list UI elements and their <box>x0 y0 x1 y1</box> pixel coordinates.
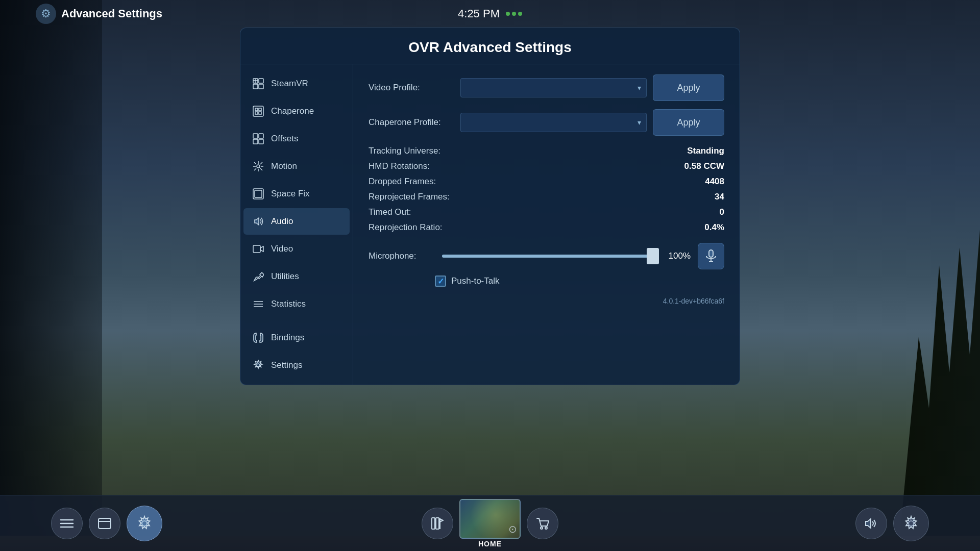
stat-row-ratio: Reprojection Ratio: 0.4% <box>369 222 724 233</box>
sidebar-item-statistics[interactable]: Statistics <box>243 291 350 317</box>
svg-rect-3 <box>259 84 263 89</box>
taskbar-right <box>855 506 929 541</box>
sidebar-item-chaperone[interactable]: Chaperone <box>243 98 350 124</box>
svg-rect-40 <box>432 518 435 529</box>
svg-rect-7 <box>255 108 258 111</box>
sidebar-item-utilities[interactable]: Utilities <box>243 263 350 290</box>
svg-rect-9 <box>255 112 258 114</box>
sidebar-label-utilities: Utilities <box>271 271 299 282</box>
steam-logo-icon: ⊙ <box>508 523 517 535</box>
time-area: 4:25 PM <box>458 7 522 20</box>
settings-gear-button[interactable] <box>127 506 162 541</box>
sidebar-label-audio: Audio <box>271 216 293 227</box>
video-icon <box>252 242 265 256</box>
mic-slider-thumb <box>647 248 659 264</box>
taskbar-left <box>51 506 162 541</box>
svg-rect-37 <box>99 518 111 529</box>
library-button[interactable] <box>422 508 453 539</box>
chaperone-icon <box>252 105 265 118</box>
dropdown-arrow-chaperone: ▾ <box>638 118 641 127</box>
sidebar-item-settings[interactable]: Settings <box>243 352 350 379</box>
taskbar-center: ⊙ HOME <box>422 499 558 548</box>
steamvr-icon <box>252 77 265 90</box>
utilities-icon <box>252 270 265 283</box>
sidebar-label-spacefix: Space Fix <box>271 189 310 199</box>
svg-line-20 <box>254 162 256 164</box>
bindings-icon <box>252 331 265 344</box>
mic-row: Microphone: 100% <box>369 243 724 269</box>
audio-icon <box>252 215 265 228</box>
status-dots <box>506 12 522 16</box>
dot-2 <box>512 12 516 16</box>
stat-value-hmd: 0.58 CCW <box>663 161 724 171</box>
sidebar-item-steamvr[interactable]: SteamVR <box>243 70 350 97</box>
sidebar-label-steamvr: SteamVR <box>271 79 308 89</box>
stat-row-reprojected: Reprojected Frames: 34 <box>369 192 724 202</box>
quick-settings-button[interactable] <box>893 506 929 541</box>
stat-value-timedout: 0 <box>663 207 724 217</box>
svg-point-15 <box>257 165 260 168</box>
stat-value-reprojected: 34 <box>663 192 724 202</box>
chaperone-profile-label: Chaperone Profile: <box>369 117 460 128</box>
sidebar-label-motion: Motion <box>271 161 297 171</box>
stat-value-ratio: 0.4% <box>663 222 724 233</box>
content-area: Video Profile: ▾ Apply Chaperone Profile… <box>353 64 740 385</box>
stat-label-dropped: Dropped Frames: <box>369 177 436 187</box>
home-button[interactable]: ⊙ HOME <box>459 499 521 548</box>
svg-point-44 <box>545 527 547 529</box>
svg-rect-12 <box>259 134 263 138</box>
chaperone-profile-row: Chaperone Profile: ▾ Apply <box>369 109 724 136</box>
stat-label-ratio: Reprojection Ratio: <box>369 222 443 233</box>
stat-row-tracking: Tracking Universe: Standing <box>369 146 724 156</box>
video-profile-dropdown[interactable]: ▾ <box>460 78 647 97</box>
volume-button[interactable] <box>855 508 887 539</box>
card-button[interactable] <box>89 508 120 539</box>
sidebar-item-spacefix[interactable]: Space Fix <box>243 181 350 207</box>
mic-slider[interactable] <box>442 255 653 258</box>
push-to-talk-row: Push-to-Talk <box>369 276 724 287</box>
stat-label-timedout: Timed Out: <box>369 207 411 217</box>
svg-rect-1 <box>259 79 263 83</box>
clock-display: 4:25 PM <box>458 7 500 20</box>
menu-button[interactable] <box>51 508 83 539</box>
sidebar-item-audio[interactable]: Audio <box>243 208 350 235</box>
offsets-icon <box>252 132 265 145</box>
mic-toggle-button[interactable] <box>698 243 724 269</box>
statistics-icon <box>252 297 265 311</box>
video-profile-apply-button[interactable]: Apply <box>653 74 724 101</box>
home-thumbnail: ⊙ <box>459 499 521 539</box>
svg-rect-41 <box>436 518 439 529</box>
svg-rect-14 <box>259 139 263 144</box>
cart-button[interactable] <box>527 508 558 539</box>
push-to-talk-checkbox[interactable] <box>435 276 446 287</box>
sidebar-label-settings: Settings <box>271 360 302 370</box>
app-title: Advanced Settings <box>61 7 162 20</box>
chaperone-profile-dropdown[interactable]: ▾ <box>460 113 647 132</box>
main-panel: OVR Advanced Settings <box>240 28 740 385</box>
sidebar-item-video[interactable]: Video <box>243 236 350 262</box>
sidebar-item-bindings[interactable]: Bindings <box>243 324 350 351</box>
sidebar-item-motion[interactable]: Motion <box>243 153 350 180</box>
svg-rect-10 <box>259 112 261 114</box>
sidebar-label-bindings: Bindings <box>271 333 304 343</box>
chaperone-profile-apply-button[interactable]: Apply <box>653 109 724 136</box>
svg-line-21 <box>260 168 262 170</box>
svg-rect-31 <box>709 250 713 257</box>
mic-section: Microphone: 100% <box>369 243 724 287</box>
svg-rect-11 <box>253 134 258 138</box>
stat-value-dropped: 4408 <box>663 177 724 187</box>
stat-label-hmd: HMD Rotations: <box>369 161 430 171</box>
svg-rect-13 <box>253 139 258 144</box>
video-profile-label: Video Profile: <box>369 83 460 93</box>
top-bar: ⚙ Advanced Settings 4:25 PM <box>26 0 954 28</box>
video-profile-row: Video Profile: ▾ Apply <box>369 74 724 101</box>
panel-content: SteamVR Chaperone <box>240 64 740 385</box>
dropdown-arrow-video: ▾ <box>638 84 641 92</box>
stat-row-dropped: Dropped Frames: 4408 <box>369 177 724 187</box>
push-to-talk-label: Push-to-Talk <box>451 276 499 286</box>
sidebar-item-offsets[interactable]: Offsets <box>243 126 350 152</box>
svg-rect-2 <box>253 84 258 89</box>
svg-line-23 <box>254 168 256 170</box>
stat-row-hmd: HMD Rotations: 0.58 CCW <box>369 161 724 171</box>
sidebar-label-offsets: Offsets <box>271 134 299 144</box>
